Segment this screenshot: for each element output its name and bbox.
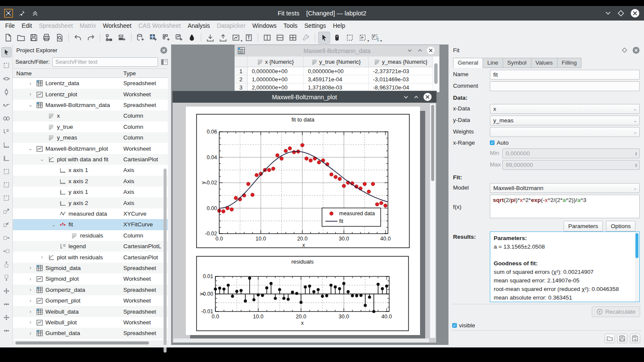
cell[interactable]: -3,011469e-03: [369, 75, 433, 83]
weights-combobox[interactable]: ⌄: [490, 127, 640, 137]
menu-windows[interactable]: Windows: [249, 21, 280, 30]
close-panel-icon[interactable]: [632, 47, 640, 54]
expander-icon[interactable]: ⌄: [28, 145, 33, 151]
expander-icon[interactable]: ›: [28, 319, 33, 325]
worksheet-window[interactable]: Maxwell-Boltzmann_plot fit to data0.010.…: [172, 91, 437, 343]
new-worksheet-button[interactable]: [173, 32, 185, 44]
spreadsheet-titlebar[interactable]: Maxwell-Boltzmann_data: [235, 45, 439, 56]
tree-item-y-meas[interactable]: y_measColumn: [13, 132, 168, 143]
zoom-y-tool[interactable]: [1, 193, 12, 203]
save-function-button[interactable]: [617, 334, 627, 343]
search-filter-input[interactable]: [52, 57, 158, 67]
split-horizontal-button[interactable]: [274, 32, 286, 44]
max-spinbox[interactable]: 99,000000▲▼: [502, 160, 640, 170]
expander-icon[interactable]: ⌄: [28, 102, 33, 108]
expander-icon[interactable]: ›: [28, 298, 33, 304]
expander-icon[interactable]: ›: [28, 287, 33, 293]
worksheet-maximize-icon[interactable]: [413, 94, 419, 100]
tree-item-plot-with-data-and-fit[interactable]: ⌄plot with data and fitCartesianPlot: [13, 154, 168, 165]
shift-left-tool[interactable]: [1, 246, 12, 256]
add-legend-tool[interactable]: [1, 127, 12, 137]
recalculate-button[interactable]: Recalculate: [592, 306, 640, 317]
column-header-y_meas[interactable]: y_meas {Numeric}: [369, 56, 433, 67]
min-spinbox[interactable]: 0,000000▲▼: [502, 148, 640, 158]
new-workbook-button[interactable]: [116, 32, 128, 44]
cell[interactable]: 1,000000e+00: [247, 75, 304, 83]
visible-checkbox[interactable]: ✓: [452, 323, 457, 328]
tree-item-gumbel-plot[interactable]: ›Gumbel_plotWorksheet: [13, 339, 168, 340]
tab-values[interactable]: Values: [531, 58, 557, 68]
tree-item-weibull-plot[interactable]: ›Weibull_plotWorksheet: [13, 317, 168, 328]
type-column-header[interactable]: Type: [123, 70, 136, 77]
cursor-tool[interactable]: [1, 47, 12, 57]
charts-canvas[interactable]: fit to data0.010.020.030.040.0-0.020.000…: [186, 107, 420, 335]
auto-fit-tool[interactable]: [1, 326, 12, 336]
float-panel-icon[interactable]: [149, 47, 155, 53]
results-box[interactable]: Parameters:a = 13.1565±2.0508 Goodness o…: [490, 231, 640, 302]
expander-icon[interactable]: ›: [28, 265, 33, 271]
results-scrollbar[interactable]: [635, 232, 639, 302]
name-column-header[interactable]: Name: [16, 70, 32, 77]
auto-scale-tool[interactable]: [1, 286, 12, 296]
configure-columns-button[interactable]: [161, 58, 168, 66]
select-region-tool[interactable]: [1, 60, 12, 71]
tree-item-legend[interactable]: legendCartesianPlotL: [13, 241, 168, 252]
model-combobox[interactable]: Maxwell-Boltzmann⌄: [490, 183, 640, 193]
expander-icon[interactable]: ⌄: [51, 222, 56, 228]
y-data-combobox[interactable]: y_meas⌄: [490, 116, 640, 125]
split-vertical-button[interactable]: [261, 32, 273, 44]
print-button[interactable]: [41, 32, 53, 44]
tree-item-x-axis-2[interactable]: x axis 2Axis: [13, 176, 168, 187]
tree-item-gompert-plot[interactable]: ›Gompert_plotWorksheet: [13, 295, 168, 306]
menu-settings[interactable]: Settings: [301, 21, 330, 30]
select-region-button[interactable]: ▾: [357, 32, 369, 44]
spreadsheet-close-icon[interactable]: [426, 46, 435, 55]
worksheet-close-icon[interactable]: [423, 92, 432, 101]
parameters-button[interactable]: Parameters: [564, 221, 603, 231]
menu-file[interactable]: File: [2, 21, 18, 30]
tree-item-measured-data[interactable]: measured dataXYCurve: [13, 208, 168, 219]
cell[interactable]: 3,459171e-04: [304, 75, 369, 83]
shift-up-tool[interactable]: [1, 259, 12, 270]
tab-line[interactable]: Line: [483, 58, 503, 68]
export-button[interactable]: [217, 32, 229, 44]
select-mode-button[interactable]: [318, 32, 330, 44]
auto-checkbox-row[interactable]: ✓ Auto: [490, 139, 509, 146]
close-button[interactable]: [630, 9, 640, 18]
resize-horizontal-tool[interactable]: [1, 74, 12, 84]
print-preview-button[interactable]: [54, 32, 66, 44]
worksheet-vertical-scrollbar[interactable]: [430, 104, 435, 338]
tree-item-x[interactable]: xColumn: [13, 110, 168, 121]
collapse-toolbar-icon[interactable]: [30, 9, 40, 18]
auto-checkbox[interactable]: ✓: [490, 140, 495, 145]
expander-icon[interactable]: ›: [39, 254, 45, 260]
load-function-button[interactable]: [605, 334, 615, 343]
shift-down-tool[interactable]: [1, 273, 12, 283]
visible-checkbox-row[interactable]: ✓ visible: [452, 322, 475, 329]
shift-right-tool[interactable]: [1, 233, 12, 243]
add-curve-tool[interactable]: [1, 100, 12, 110]
expander-icon[interactable]: ⌄: [39, 156, 45, 162]
menu-edit[interactable]: Edit: [18, 21, 36, 30]
undo-button[interactable]: [72, 32, 84, 44]
tree-item-x-axis-1[interactable]: x axis 1Axis: [13, 165, 168, 175]
formula-editor[interactable]: sqrt(2/pi)*x^2*exp(-x^2/(2*a^2))/a^3: [490, 195, 640, 218]
worksheet-titlebar[interactable]: Maxwell-Boltzmann_plot: [173, 91, 436, 103]
add-x-axis-tool[interactable]: [1, 140, 12, 150]
tree-item-maxwell-boltzmann-data[interactable]: ⌄Maxwell-Boltzmann_dataSpreadsheet: [13, 100, 168, 110]
new-folder-button[interactable]: [103, 32, 115, 44]
save-as-function-button[interactable]: [630, 334, 640, 343]
resize-vertical-tool[interactable]: [1, 87, 12, 97]
zoom-in-tool[interactable]: [1, 206, 12, 217]
expander-icon[interactable]: ›: [28, 276, 33, 282]
spreadsheet-maximize-icon[interactable]: [417, 47, 423, 53]
spreadsheet-window[interactable]: Maxwell-Boltzmann_data x {Numeric}y_true…: [234, 45, 440, 92]
zoom-out-tool[interactable]: [1, 220, 12, 230]
x-data-combobox[interactable]: x⌄: [490, 104, 640, 114]
expander-icon[interactable]: ›: [28, 309, 33, 315]
menu-worksheet[interactable]: Worksheet: [99, 21, 135, 30]
tree-column-headers[interactable]: Name Type: [13, 68, 168, 78]
spreadsheet-minimize-icon[interactable]: [407, 47, 413, 53]
maximize-button[interactable]: [617, 10, 624, 17]
expander-icon[interactable]: ›: [28, 330, 33, 336]
